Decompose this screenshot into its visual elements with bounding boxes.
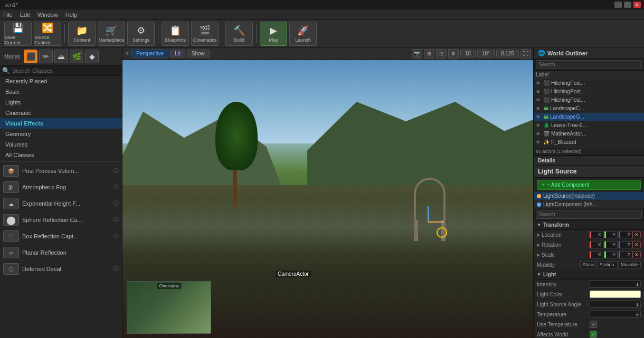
temperature-input[interactable]: 6 bbox=[590, 311, 641, 318]
perspective-button[interactable]: Perspective bbox=[131, 50, 168, 57]
location-x[interactable]: X bbox=[590, 231, 603, 238]
close-button[interactable]: ✕ bbox=[633, 2, 641, 8]
source-control-button[interactable]: 🔀 Source Control bbox=[34, 22, 61, 46]
viewport-dropdown-arrow[interactable]: ▼ bbox=[125, 51, 130, 56]
mobility-stationary[interactable]: Station. bbox=[597, 261, 618, 268]
viewport-snap-icon[interactable]: ⊡ bbox=[436, 49, 447, 59]
mode-place-button[interactable]: ⬛ bbox=[24, 50, 37, 63]
light-section-header[interactable]: ▼ Light bbox=[534, 270, 644, 279]
viewport-grid-icon[interactable]: ⊞ bbox=[424, 49, 434, 59]
outliner-item[interactable]: 👁 ⬛ HitchingPost... bbox=[534, 88, 644, 96]
scale-y[interactable]: Y bbox=[604, 251, 618, 258]
outliner-search-input[interactable] bbox=[536, 60, 642, 69]
category-lights[interactable]: Lights bbox=[0, 97, 122, 108]
mode-paint-button[interactable]: ✏ bbox=[39, 50, 53, 63]
category-cinematic[interactable]: Cinematic bbox=[0, 108, 122, 118]
rotation-value[interactable]: 10° bbox=[477, 50, 495, 57]
launch-button[interactable]: 🚀 Launch bbox=[289, 22, 317, 46]
use-temperature-label: Use Temperature bbox=[537, 322, 590, 327]
mobility-movable[interactable]: Movable bbox=[619, 261, 641, 268]
play-button[interactable]: ▶ Play bbox=[260, 22, 287, 46]
category-basic[interactable]: Basic bbox=[0, 86, 122, 97]
maximize-button[interactable]: □ bbox=[624, 2, 631, 8]
actor-icon: ⬛ bbox=[543, 80, 550, 86]
blueprints-button[interactable]: 📋 Blueprints bbox=[162, 22, 189, 46]
location-reset[interactable]: ✕ bbox=[632, 231, 641, 238]
settings-button[interactable]: ⚙ Settings bbox=[127, 22, 155, 46]
affects-world-value: ✓ bbox=[590, 331, 641, 338]
build-button[interactable]: 🔨 Build bbox=[225, 22, 253, 46]
outliner-item[interactable]: 👁 🏔 LandscapeC... bbox=[534, 104, 644, 113]
menu-file[interactable]: File bbox=[3, 12, 13, 18]
outliner-item[interactable]: 👁 ⬛ HitchingPost... bbox=[534, 79, 644, 88]
scale-value[interactable]: 0.125 bbox=[496, 50, 519, 57]
add-component-icon: + bbox=[542, 182, 545, 188]
rotation-x[interactable]: X bbox=[590, 241, 603, 248]
category-volumes[interactable]: Volumes bbox=[0, 139, 122, 150]
transform-gizmo bbox=[418, 211, 439, 233]
list-item[interactable]: 🌫 Atmospheric Fog ⓘ bbox=[0, 179, 122, 196]
component-light-source[interactable]: LightSource(Instance) bbox=[534, 192, 644, 200]
search-input[interactable] bbox=[12, 67, 120, 74]
menu-help[interactable]: Help bbox=[65, 12, 78, 18]
list-item[interactable]: ⬤ Sphere Reflection Ca... ⓘ bbox=[0, 212, 122, 228]
list-item[interactable]: ⬛ Box Reflection Capt... ⓘ bbox=[0, 228, 122, 245]
affects-world-toggle[interactable]: ✓ bbox=[590, 331, 597, 338]
intensity-value: 1 bbox=[590, 281, 641, 288]
rotation-z[interactable]: Z bbox=[619, 241, 632, 248]
mobility-prop: Mobility Static Station. Movable bbox=[534, 260, 644, 270]
menu-window[interactable]: Window bbox=[37, 12, 58, 18]
outliner-item-selected[interactable]: 👁 🏔 LandscapeG... bbox=[534, 113, 644, 121]
location-z[interactable]: Z bbox=[619, 231, 632, 238]
light-source-angle-input[interactable]: 1 bbox=[590, 301, 641, 308]
details-search-input[interactable] bbox=[536, 210, 642, 219]
lit-button[interactable]: Lit bbox=[170, 50, 185, 57]
mode-landscape-button[interactable]: ⛰ bbox=[54, 50, 68, 63]
use-temperature-toggle[interactable]: ✓ bbox=[590, 321, 597, 328]
viewport-settings-icon[interactable]: ⚙ bbox=[448, 49, 459, 59]
viewport-camera-icon[interactable]: 📷 bbox=[412, 49, 422, 59]
outliner-item[interactable]: 👁 ⬛ HitchingPost... bbox=[534, 96, 644, 104]
grid-value[interactable]: 10 bbox=[460, 50, 476, 57]
category-all-classes[interactable]: All Classes bbox=[0, 150, 122, 160]
list-item[interactable]: ☁ Exponential Height F... ⓘ bbox=[0, 196, 122, 212]
mode-foliage-button[interactable]: 🌿 bbox=[70, 50, 83, 63]
viewport-canvas[interactable]: CameraActor Overview bbox=[122, 60, 533, 338]
minimize-button[interactable]: ─ bbox=[614, 2, 622, 8]
cinematics-button[interactable]: 🎬 Cinematics bbox=[191, 22, 219, 46]
atmospheric-fog-info: ⓘ bbox=[113, 184, 119, 191]
save-button[interactable]: 💾 Save Current bbox=[4, 22, 32, 46]
scale-x[interactable]: X bbox=[590, 251, 603, 258]
list-item[interactable]: ▱ Planar Reflection bbox=[0, 245, 122, 261]
scale-z[interactable]: Z bbox=[619, 251, 632, 258]
transform-label: Transform bbox=[543, 222, 569, 228]
mode-geometry-button[interactable]: ◆ bbox=[85, 50, 99, 63]
category-geometry[interactable]: Geometry bbox=[0, 129, 122, 139]
component-dot-icon bbox=[537, 202, 541, 207]
outliner-item[interactable]: 👁 🌲 Leave-Tree-0... bbox=[534, 121, 644, 130]
show-button[interactable]: Show bbox=[187, 50, 210, 57]
outliner-search bbox=[534, 59, 644, 71]
menu-edit[interactable]: Edit bbox=[20, 12, 30, 18]
add-component-button[interactable]: + + Add Component bbox=[537, 180, 641, 190]
transform-section-header[interactable]: ▼ Transform bbox=[534, 220, 644, 230]
outliner-item[interactable]: 👁 🎬 MatineeActor... bbox=[534, 130, 644, 138]
outliner-label-column: Label bbox=[536, 72, 642, 78]
category-visual-effects[interactable]: Visual Effects bbox=[0, 118, 122, 129]
rotation-y[interactable]: Y bbox=[604, 241, 618, 248]
content-button[interactable]: 📁 Content bbox=[68, 22, 96, 46]
location-y[interactable]: Y bbox=[604, 231, 618, 238]
list-item[interactable]: ⬡ Deferred Decal ⓘ bbox=[0, 261, 122, 277]
rotation-reset[interactable]: ✕ bbox=[632, 241, 641, 248]
intensity-input[interactable]: 1 bbox=[590, 281, 641, 288]
marketplace-button[interactable]: 🛒 Marketplace bbox=[98, 22, 125, 46]
scale-reset[interactable]: ✕ bbox=[632, 251, 641, 258]
light-color-swatch[interactable] bbox=[590, 291, 641, 298]
component-light[interactable]: LightComponent (Inh... bbox=[534, 200, 644, 209]
mobility-static[interactable]: Static bbox=[580, 261, 596, 268]
outliner-item[interactable]: 👁 ✨ P_Blizzard bbox=[534, 138, 644, 147]
light-source-angle-value: 1 bbox=[590, 301, 641, 308]
category-recently-placed[interactable]: Recently Placed bbox=[0, 76, 122, 86]
maximize-viewport-icon[interactable]: ⛶ bbox=[520, 49, 531, 59]
list-item[interactable]: 📦 Post Process Volum... ⓘ bbox=[0, 163, 122, 179]
